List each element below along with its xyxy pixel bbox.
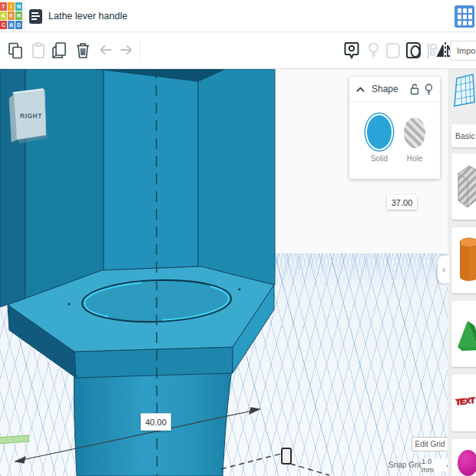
trash-icon	[76, 42, 90, 59]
snap-grid-label: Snap Grid	[388, 461, 423, 469]
dimension-input-height[interactable]: 40.00	[140, 413, 171, 431]
hole-label: Hole	[399, 154, 430, 163]
workplane-grid-horizon	[0, 253, 448, 289]
panel-title: Shape	[372, 84, 410, 94]
shape-card-round[interactable]	[451, 439, 476, 476]
shape-card-cylinder[interactable]	[451, 227, 476, 293]
logo-tile: D	[15, 21, 22, 29]
paste-button[interactable]	[28, 38, 49, 63]
workplane-tool-icon[interactable]	[453, 73, 476, 108]
show-all-button[interactable]	[341, 38, 362, 63]
view-cube-face-label: RIGHT	[20, 112, 42, 120]
undo-icon	[98, 45, 114, 57]
redo-button[interactable]	[115, 38, 137, 63]
round-shape-icon	[458, 450, 476, 476]
grid-icon	[458, 8, 461, 13]
copy-icon	[8, 42, 23, 59]
design-properties-icon[interactable]	[29, 9, 42, 24]
redo-icon	[118, 45, 134, 57]
delete-button[interactable]	[72, 38, 94, 63]
design-title[interactable]: Lathe lever handle	[48, 11, 127, 21]
solid-swatch[interactable]	[367, 115, 392, 149]
top-app-bar: T I N K E R C A D Lathe lever handle	[0, 0, 476, 32]
toggle-visibility-button[interactable]	[362, 38, 384, 63]
snap-grid-value: 1.0 mm	[421, 457, 445, 474]
toolbar: Import	[0, 32, 476, 69]
logo-tile: I	[8, 2, 15, 11]
copy-button[interactable]	[5, 38, 26, 63]
duplicate-button[interactable]	[49, 38, 71, 63]
group-icon	[385, 41, 402, 60]
chevron-right-icon: ›	[442, 264, 445, 275]
striped-box-icon	[456, 164, 476, 209]
group-button[interactable]	[383, 38, 405, 63]
snap-grid-dropdown[interactable]: 1.0 mm ▴	[421, 458, 449, 471]
shape-card-box[interactable]	[451, 154, 476, 220]
edit-grid-button[interactable]: Edit Grid	[412, 437, 448, 451]
logo-tile: E	[8, 12, 15, 20]
logo-tile: A	[8, 21, 15, 29]
tinkercad-window: RIGHT ⌂ + − ◇ 40.00 37.00 Edit Grid Snap…	[0, 0, 476, 476]
show-all-icon	[344, 41, 359, 60]
hole-swatch[interactable]	[404, 117, 425, 148]
duplicate-icon	[51, 41, 68, 60]
sidebar-collapse-handle[interactable]: ›	[438, 256, 450, 283]
solid-label: Solid	[364, 154, 395, 163]
lightbulb-icon[interactable]	[425, 84, 433, 95]
shape-inspector-panel: Shape Solid Hole	[349, 77, 440, 179]
logo-tile: T	[0, 2, 7, 11]
lightbulb-outline-icon	[368, 42, 379, 59]
lock-open-icon[interactable]	[410, 84, 419, 95]
view-switcher-button[interactable]	[455, 5, 474, 28]
category-basic-shapes[interactable]: Basic Sha	[451, 124, 476, 147]
logo-tile: N	[15, 2, 22, 11]
shape-card-roof[interactable]	[451, 301, 476, 367]
dimension-input-width[interactable]: 37.00	[387, 195, 417, 210]
cylinder-icon	[458, 236, 476, 284]
logo-tile: K	[0, 12, 7, 20]
undo-button[interactable]	[95, 38, 117, 63]
roof-icon	[456, 316, 476, 355]
logo-tile: R	[15, 12, 22, 20]
collapse-chevron-icon[interactable]	[356, 87, 365, 92]
text-shape-icon: TEXT	[455, 395, 474, 407]
shapes-sidebar: Basic Sha TEXT	[448, 69, 476, 476]
tinkercad-logo[interactable]: T I N K E R C A D	[0, 2, 22, 30]
logo-tile: C	[0, 21, 7, 29]
paste-icon	[31, 42, 45, 59]
divider	[24, 0, 25, 32]
import-button[interactable]: Import	[450, 41, 476, 61]
shape-card-text[interactable]: TEXT	[451, 375, 476, 431]
view-cube[interactable]: RIGHT	[3, 81, 54, 147]
